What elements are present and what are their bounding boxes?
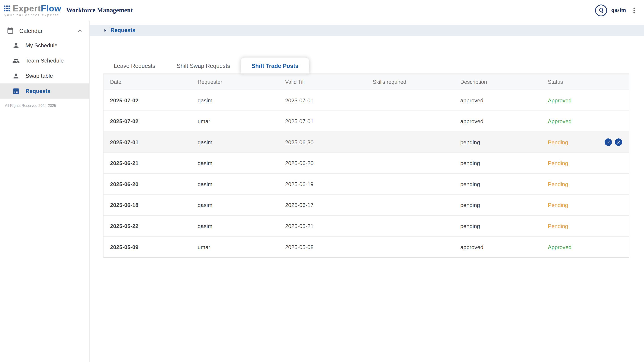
status-badge: Approved (541, 97, 629, 104)
sidebar-item-label: Requests (26, 88, 50, 94)
table-row: 2025-07-02umar2025-07-01approvedApproved (104, 111, 629, 132)
requests-banner[interactable]: Requests (90, 25, 644, 36)
cell-requester: umar (191, 118, 278, 124)
page-title: Workforce Management (66, 7, 133, 14)
sidebar-item-label: Team Schedule (26, 58, 64, 64)
cell-description: pending (454, 160, 541, 166)
table-row: 2025-06-21qasim2025-06-20pendingPending (104, 153, 629, 174)
cell-date: 2025-07-01 (104, 139, 191, 145)
cell-description: approved (454, 244, 541, 250)
main-content: Requests Leave RequestsShift Swap Reques… (90, 21, 644, 362)
table-row: 2025-07-02qasim2025-07-01approvedApprove… (104, 90, 629, 111)
cell-date: 2025-06-18 (104, 202, 191, 208)
cell-requester: qasim (191, 160, 278, 166)
cell-valid-till: 2025-05-21 (278, 223, 366, 229)
close-icon (616, 140, 621, 145)
column-header-status: Status (541, 79, 629, 85)
cell-valid-till: 2025-06-20 (278, 160, 366, 166)
brand-name: ExpertFlow (13, 4, 61, 13)
cell-date: 2025-06-21 (104, 160, 191, 166)
column-header-date: Date (104, 79, 191, 85)
person-icon (12, 42, 20, 49)
status-badge: Pending (541, 160, 629, 166)
cell-requester: umar (191, 244, 278, 250)
sidebar: Calendar My ScheduleTeam ScheduleSwap ta… (0, 21, 90, 362)
status-badge: Pending (541, 181, 629, 187)
table-row: 2025-05-09umar2025-05-08approvedApproved (104, 237, 629, 257)
tab-shift-trade-posts[interactable]: Shift Trade Posts (241, 58, 309, 74)
user-avatar[interactable]: Q (595, 4, 607, 16)
sidebar-item-label: Swap table (26, 73, 53, 79)
reject-button[interactable] (615, 138, 622, 146)
cell-requester: qasim (191, 181, 278, 187)
column-header-valid-till: Valid Till (278, 79, 366, 85)
app-window: ExpertFlow your callcenter experts Workf… (0, 0, 644, 362)
cell-description: approved (454, 118, 541, 124)
check-icon (606, 140, 610, 145)
cell-date: 2025-07-02 (104, 97, 191, 104)
expertflow-logo[interactable]: ExpertFlow your callcenter experts (3, 4, 61, 17)
expand-triangle-icon (103, 28, 107, 32)
tab-shift-swap-requests[interactable]: Shift Swap Requests (166, 58, 241, 74)
status-badge: Approved (541, 244, 629, 250)
table-header-row: DateRequesterValid TillSkills requiredDe… (104, 74, 629, 90)
list-icon (12, 87, 20, 95)
username: qasim (611, 7, 626, 14)
table-row: 2025-06-20qasim2025-06-19pendingPending (104, 174, 629, 195)
cell-valid-till: 2025-06-30 (278, 139, 366, 145)
sidebar-item-label: My Schedule (26, 42, 58, 49)
copyright-text: All Rights Reserved 2024-2025 (0, 104, 89, 108)
top-bar: ExpertFlow your callcenter experts Workf… (0, 0, 644, 21)
cell-date: 2025-06-20 (104, 181, 191, 187)
cell-valid-till: 2025-05-08 (278, 244, 366, 250)
chevron-up-icon[interactable] (76, 27, 83, 35)
cell-valid-till: 2025-06-17 (278, 202, 366, 208)
cell-valid-till: 2025-07-01 (278, 97, 366, 104)
cell-requester: qasim (191, 97, 278, 104)
cell-date: 2025-05-09 (104, 244, 191, 250)
column-header-skills-required: Skills required (366, 79, 454, 85)
cell-valid-till: 2025-06-19 (278, 181, 366, 187)
approve-button[interactable] (604, 138, 612, 146)
cell-description: pending (454, 181, 541, 187)
status-badge: Approved (541, 118, 629, 124)
tab-label: Shift Swap Requests (177, 62, 230, 69)
calendar-icon (6, 27, 14, 35)
column-header-requester: Requester (191, 79, 278, 85)
column-header-description: Description (454, 79, 541, 85)
banner-label: Requests (110, 27, 135, 33)
sidebar-menu: My ScheduleTeam ScheduleSwap tableReques… (0, 38, 89, 99)
cell-valid-till: 2025-07-01 (278, 118, 366, 124)
cell-date: 2025-05-22 (104, 223, 191, 229)
kebab-menu-icon[interactable] (630, 6, 638, 15)
sidebar-item-team-schedule[interactable]: Team Schedule (0, 53, 89, 68)
logo-grid-icon (3, 4, 11, 12)
row-actions (604, 138, 622, 146)
person-icon (12, 72, 20, 80)
sidebar-item-requests[interactable]: Requests (0, 83, 89, 99)
cell-description: pending (454, 223, 541, 229)
sidebar-section-label: Calendar (19, 28, 42, 34)
cell-requester: qasim (191, 139, 278, 145)
sidebar-item-swap-table[interactable]: Swap table (0, 68, 89, 83)
sidebar-section-calendar[interactable]: Calendar (0, 24, 89, 38)
tab-label: Leave Requests (114, 62, 156, 69)
tab-bar: Leave RequestsShift Swap RequestsShift T… (103, 58, 644, 74)
cell-requester: qasim (191, 223, 278, 229)
requests-table: DateRequesterValid TillSkills requiredDe… (103, 74, 629, 258)
brand-tagline: your callcenter experts (3, 14, 61, 17)
cell-description: pending (454, 139, 541, 145)
cell-requester: qasim (191, 202, 278, 208)
status-badge: Pending (541, 202, 629, 208)
table-body: 2025-07-02qasim2025-07-01approvedApprove… (104, 90, 629, 257)
table-row: 2025-07-01qasim2025-06-30pendingPending (104, 132, 629, 153)
tab-label: Shift Trade Posts (252, 62, 298, 69)
table-row: 2025-06-18qasim2025-06-17pendingPending (104, 195, 629, 216)
people-icon (12, 57, 20, 64)
sidebar-item-my-schedule[interactable]: My Schedule (0, 38, 89, 53)
cell-description: pending (454, 202, 541, 208)
cell-date: 2025-07-02 (104, 118, 191, 124)
tab-leave-requests[interactable]: Leave Requests (103, 58, 166, 74)
status-badge: Pending (541, 223, 629, 229)
table-row: 2025-05-22qasim2025-05-21pendingPending (104, 216, 629, 237)
